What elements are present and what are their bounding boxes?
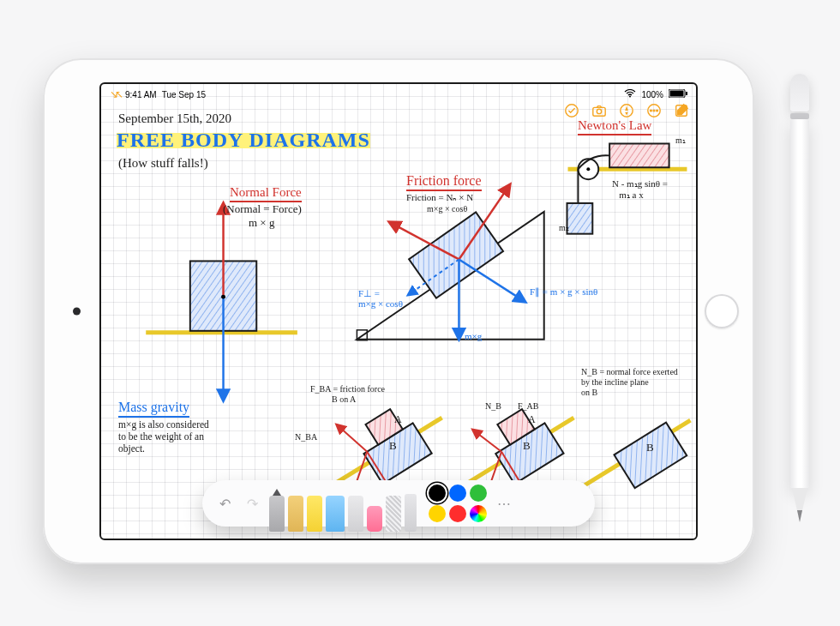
swatch-blue[interactable] [449,485,466,502]
friction-eq2: m×g × cosθ [427,204,467,214]
ipad-screen: ↘↖ 9:41 AM Tue Sep 15 100% [99,82,698,540]
stack-b2: B [523,439,531,453]
front-camera [73,308,81,316]
normal-line2: m × g [249,216,274,230]
stack-nbdef: N_B = normal force exerted by the inclin… [581,367,678,398]
tool-tray [269,480,417,527]
stack-fba: F_BA = friction force B on A [310,384,385,405]
svg-line-27 [459,259,525,302]
svg-line-44 [472,430,501,452]
color-swatches [429,485,487,522]
stack-a1: A [394,413,402,426]
heading-newton: Newton's Law [578,118,651,135]
svg-rect-30 [609,143,669,167]
stack-b3: B [646,441,654,454]
svg-rect-34 [567,203,593,234]
swatch-red[interactable] [449,505,466,522]
stack-nb: N_B [485,401,501,411]
normal-line1: (Normal = Force) [223,202,302,216]
newton-m1: m₁ [675,135,686,145]
tool-brush[interactable] [348,496,363,532]
heading-mass-gravity: Mass gravity [118,400,189,418]
note-title: FREE BODY DIAGRAMS [117,129,370,152]
newton-eq: N - m₁g sinθ = m₁ a x [612,178,668,201]
swatch-colorpicker[interactable] [470,505,487,522]
svg-rect-23 [409,212,503,298]
friction-mg: m×g [465,331,482,341]
ipad-device: ↘↖ 9:41 AM Tue Sep 15 100% [43,58,754,564]
palette-more-button[interactable]: ⋯ [494,493,514,514]
apple-pencil [790,74,809,551]
note-subtitle: (How stuff falls!) [118,156,208,171]
stack-b1: B [389,439,397,453]
note-date: September 15th, 2020 [118,111,231,126]
tool-pen[interactable] [269,496,285,532]
friction-fperp: F⊥ = m×g × cosθ [358,288,403,309]
svg-line-38 [337,424,368,452]
home-button[interactable] [705,294,739,328]
tool-eraser[interactable] [367,506,382,532]
undo-button[interactable]: ↶ [214,493,235,514]
stack-fab: F_AB [518,401,538,411]
diagram-layer [101,84,696,539]
heading-friction: Friction force [406,173,482,191]
drawing-palette: ↶ ↷ ⋯ [202,480,595,527]
swatch-yellow[interactable] [429,505,446,522]
tool-marker[interactable] [307,496,322,532]
swatch-black[interactable] [429,485,446,502]
svg-point-21 [221,295,225,299]
stack-a2: A [528,413,536,426]
svg-point-32 [586,167,590,171]
friction-fpar: F∥ = m × g × sinθ [530,286,597,298]
svg-rect-48 [614,423,687,489]
heading-normal-force: Normal Force [230,185,302,202]
swatch-green[interactable] [470,485,487,502]
redo-button[interactable]: ↷ [242,493,262,514]
stack-nba: N_BA [295,432,317,442]
tool-highlighter[interactable] [326,496,345,532]
mass-gravity-body: m×g is also considered to be the weight … [118,418,209,454]
tool-lasso[interactable] [386,496,401,532]
tool-pencil[interactable] [288,496,303,532]
tool-ruler[interactable] [405,494,417,532]
friction-eq1: Friction = Nₙ × N [406,192,473,203]
newton-m2: m₂ [559,223,569,232]
